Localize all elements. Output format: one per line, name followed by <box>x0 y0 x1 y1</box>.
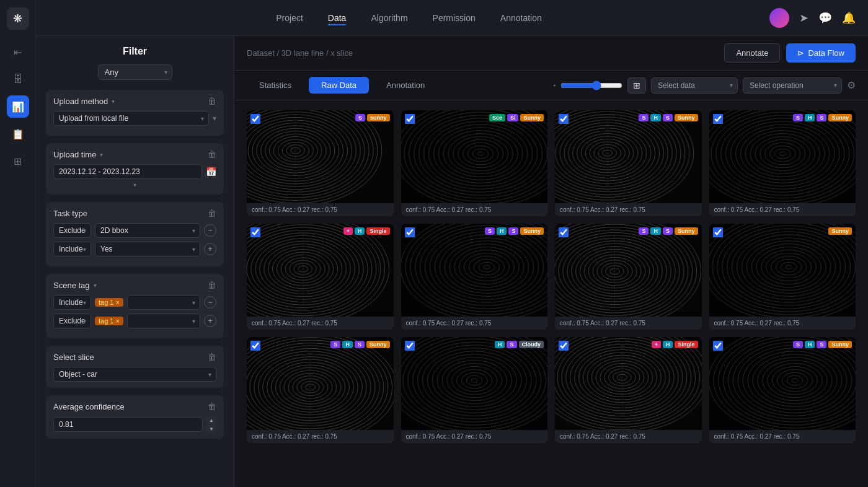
annotate-button[interactable]: Annotate <box>724 43 780 63</box>
image-checkbox[interactable] <box>250 341 260 351</box>
image-card[interactable]: +HSingleconf.: 0.75 Acc.: 0.27 rec.: 0.7… <box>555 337 702 443</box>
image-card[interactable]: +HSingleconf.: 0.75 Acc.: 0.27 rec.: 0.7… <box>247 224 394 330</box>
image-checkbox[interactable] <box>405 227 415 237</box>
bell-icon[interactable]: 🔔 <box>842 11 856 25</box>
task-type-include-select[interactable]: Include Exclude <box>53 242 91 257</box>
svg-point-393 <box>422 352 423 353</box>
scene-tag-include-minus[interactable]: − <box>204 296 216 309</box>
filter-avg-confidence: Average confidence 🗑 ▲ ▼ <box>46 395 224 439</box>
select-operation-dropdown[interactable]: Select operation <box>743 77 842 94</box>
task-type-minus[interactable]: − <box>204 224 216 237</box>
upload-method-arrow[interactable]: ▾ <box>213 114 216 123</box>
scene-tag-exclude-tag1: tag 1 × <box>95 317 123 325</box>
image-tags: Ssunny <box>355 114 390 121</box>
calendar-icon[interactable]: 📅 <box>206 167 216 177</box>
message-icon[interactable]: 💬 <box>818 11 832 25</box>
image-checkbox[interactable] <box>250 227 260 237</box>
image-card[interactable]: SHSSunnyconf.: 0.75 Acc.: 0.27 rec.: 0.7… <box>401 224 548 330</box>
nav-project[interactable]: Project <box>276 11 303 25</box>
confidence-step-down[interactable]: ▼ <box>206 425 216 432</box>
upload-method-chevron[interactable]: ▾ <box>112 98 115 105</box>
filter-any-select[interactable]: Any All <box>98 64 172 80</box>
image-checkbox[interactable] <box>250 114 260 124</box>
task-type-exclude-select[interactable]: Exclude Include <box>53 223 91 238</box>
svg-point-146 <box>763 141 764 142</box>
tab-raw-data[interactable]: Raw Data <box>309 77 369 94</box>
svg-point-406 <box>461 344 463 346</box>
svg-point-208 <box>444 241 528 294</box>
svg-point-333 <box>809 224 810 225</box>
upload-method-value-select[interactable]: Upload from local file <box>53 111 209 126</box>
scene-tag-exclude-select[interactable]: Exclude Include <box>53 314 91 328</box>
sidebar-item-database[interactable]: 🗄 <box>7 68 29 90</box>
task-type-delete[interactable]: 🗑 <box>208 208 216 218</box>
image-card[interactable]: SHSSunnyconf.: 0.75 Acc.: 0.27 rec.: 0.7… <box>709 110 856 216</box>
image-checkbox[interactable] <box>559 227 569 237</box>
image-card[interactable]: SHSSunnyconf.: 0.75 Acc.: 0.27 rec.: 0.7… <box>709 337 856 443</box>
avg-confidence-input[interactable] <box>53 417 203 432</box>
scene-tag-include-value[interactable] <box>127 295 200 310</box>
upload-time-expand[interactable]: ▾ <box>53 182 216 188</box>
image-checkbox[interactable] <box>713 341 723 351</box>
sidebar-item-analytics[interactable]: 📊 <box>7 95 29 118</box>
scene-tag-exclude-value[interactable] <box>127 314 200 328</box>
image-checkbox[interactable] <box>405 341 415 351</box>
image-tags: +HSingle <box>343 227 390 235</box>
svg-point-483 <box>742 361 743 362</box>
image-checkbox[interactable] <box>559 114 569 124</box>
scene-tag-exclude-plus[interactable]: + <box>204 315 216 327</box>
select-slice-delete[interactable]: 🗑 <box>208 352 216 362</box>
select-data-dropdown[interactable]: Select data <box>651 77 738 94</box>
nav-permission[interactable]: Permission <box>433 11 476 25</box>
svg-point-39 <box>423 118 537 189</box>
avg-confidence-delete[interactable]: 🗑 <box>208 401 216 411</box>
date-range-input[interactable] <box>53 164 202 179</box>
nav-algorithm[interactable]: Algorithm <box>371 11 407 25</box>
select-slice-value[interactable]: Object - car <box>53 367 216 382</box>
svg-point-497 <box>785 365 786 366</box>
upload-time-delete[interactable]: 🗑 <box>208 149 216 159</box>
nav-data[interactable]: Data <box>328 11 347 25</box>
filter-options-button[interactable]: ⚙ <box>847 79 856 91</box>
image-card[interactable]: Sunnyconf.: 0.75 Acc.: 0.27 rec.: 0.75 <box>709 224 856 330</box>
svg-point-252 <box>516 246 518 247</box>
dataflow-button[interactable]: ⊳ Data Flow <box>786 43 856 63</box>
zoom-slider[interactable] <box>560 81 622 90</box>
svg-point-12 <box>247 115 352 186</box>
avatar[interactable] <box>769 8 789 28</box>
sidebar-item-workflow[interactable]: ⊞ <box>7 150 29 172</box>
confidence-step-up[interactable]: ▲ <box>206 416 216 424</box>
tab-statistics[interactable]: Statistics <box>247 77 304 94</box>
svg-point-404 <box>455 367 456 369</box>
sidebar-item-tasks[interactable]: 📋 <box>7 123 29 145</box>
app-logo[interactable]: ❋ <box>7 7 29 30</box>
image-card[interactable]: SHSSunnyconf.: 0.75 Acc.: 0.27 rec.: 0.7… <box>247 337 394 443</box>
image-card[interactable]: SHSSunnyconf.: 0.75 Acc.: 0.27 rec.: 0.7… <box>555 110 702 216</box>
upload-time-chevron[interactable]: ▾ <box>100 151 103 158</box>
grid-view-button[interactable]: ⊞ <box>627 77 646 94</box>
image-card[interactable]: HSCloudyconf.: 0.75 Acc.: 0.27 rec.: 0.7… <box>401 337 548 443</box>
svg-point-211 <box>430 232 543 302</box>
task-type-value-select[interactable]: 2D bbox <box>95 223 200 238</box>
nav-annotation[interactable]: Annotation <box>500 11 542 25</box>
send-icon[interactable]: ➤ <box>799 11 808 25</box>
svg-point-78 <box>510 133 512 134</box>
scene-tag-include-select[interactable]: Include Exclude <box>53 295 91 310</box>
image-card[interactable]: SceSiSunnyconf.: 0.75 Acc.: 0.27 rec.: 0… <box>401 110 548 216</box>
scene-tag-chevron[interactable]: ▾ <box>94 282 97 289</box>
image-card[interactable]: Ssunnyconf.: 0.75 Acc.: 0.27 rec.: 0.75 <box>247 110 394 216</box>
task-type-plus[interactable]: + <box>204 243 216 255</box>
upload-method-delete[interactable]: 🗑 <box>208 96 216 106</box>
image-card[interactable]: SHSSunnyconf.: 0.75 Acc.: 0.27 rec.: 0.7… <box>555 224 702 330</box>
tab-annotation[interactable]: Annotation <box>374 77 437 94</box>
task-type-yes-select[interactable]: Yes No <box>95 242 200 257</box>
svg-point-228 <box>443 226 445 227</box>
scene-tag-exclude-tag1-remove[interactable]: × <box>115 317 119 325</box>
scene-tag-delete[interactable]: 🗑 <box>208 280 216 290</box>
sidebar-item-collapse[interactable]: ⇤ <box>7 41 29 63</box>
image-checkbox[interactable] <box>713 227 723 237</box>
image-checkbox[interactable] <box>559 341 569 351</box>
scene-tag-include-tag1-remove[interactable]: × <box>115 299 119 306</box>
image-checkbox[interactable] <box>713 114 723 124</box>
image-checkbox[interactable] <box>405 114 415 124</box>
